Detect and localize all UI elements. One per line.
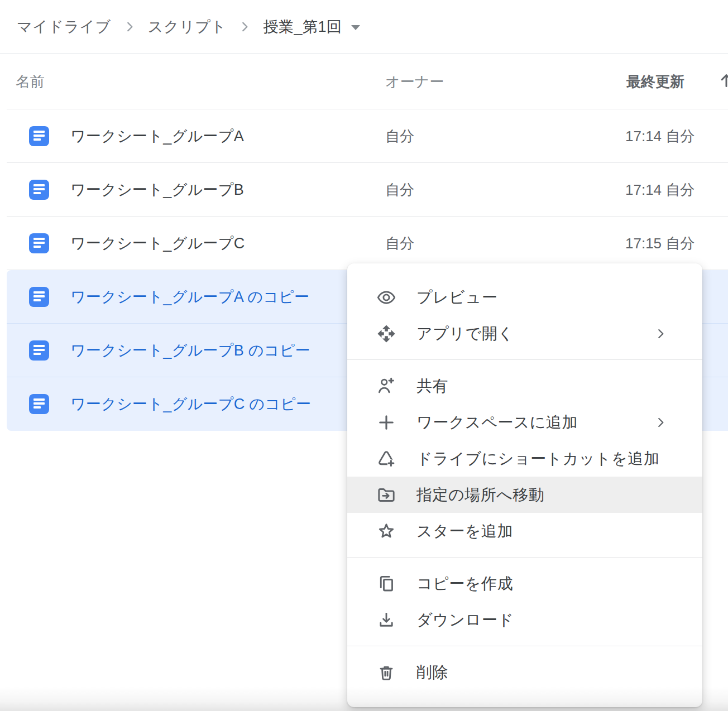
file-name: ワークシート_グループA のコピー	[70, 287, 309, 307]
column-header-owner[interactable]: オーナー	[385, 72, 444, 92]
chevron-right-icon	[237, 20, 252, 34]
menu-item-open-with[interactable]: アプリで開く	[347, 315, 702, 352]
file-name: ワークシート_グループB のコピー	[70, 340, 310, 361]
menu-item-add-to-workspace[interactable]: ワークスペースに追加	[347, 404, 702, 440]
arrow-up-icon[interactable]	[717, 71, 728, 92]
file-row[interactable]: ワークシート_グループC 自分 17:15 自分	[0, 217, 728, 270]
menu-item-share[interactable]: 共有	[347, 368, 702, 404]
google-docs-icon	[29, 287, 49, 307]
menu-item-add-star[interactable]: スターを追加	[347, 513, 702, 549]
menu-item-download[interactable]: ダウンロード	[347, 602, 702, 638]
chevron-right-icon	[122, 20, 137, 34]
file-owner: 自分	[385, 127, 414, 146]
file-row[interactable]: ワークシート_グループB 自分 17:14 自分	[0, 163, 728, 217]
drive-shortcut-icon	[376, 449, 396, 469]
google-docs-icon	[29, 394, 49, 414]
menu-item-delete[interactable]: 削除	[347, 654, 702, 690]
breadcrumb-current-folder[interactable]: 授業_第1回	[263, 17, 342, 37]
file-modified: 17:14 自分	[625, 180, 695, 200]
copy-icon	[376, 574, 396, 594]
file-name: ワークシート_グループC	[70, 233, 245, 253]
file-name: ワークシート_グループC のコピー	[70, 394, 311, 414]
menu-item-make-copy[interactable]: コピーを作成	[347, 565, 702, 602]
menu-divider	[347, 557, 702, 558]
chevron-right-icon	[653, 415, 668, 430]
file-row[interactable]: ワークシート_グループA 自分 17:14 自分	[0, 109, 728, 163]
menu-item-preview[interactable]: プレビュー	[347, 279, 702, 315]
menu-item-add-shortcut-to-drive[interactable]: ドライブにショートカットを追加	[347, 440, 702, 477]
open-with-icon	[376, 324, 396, 344]
menu-divider	[347, 646, 702, 646]
plus-icon	[376, 412, 396, 433]
menu-item-label: ドライブにショートカットを追加	[416, 448, 659, 469]
eye-icon	[376, 287, 396, 308]
menu-item-label: ダウンロード	[416, 609, 514, 631]
folder-move-icon	[376, 485, 396, 505]
download-icon	[376, 610, 396, 630]
folder-dropdown-caret-icon[interactable]	[351, 25, 360, 30]
menu-item-label: ワークスペースに追加	[416, 412, 578, 433]
file-name: ワークシート_グループB	[70, 180, 244, 200]
chevron-right-icon	[653, 326, 668, 341]
menu-item-label: コピーを作成	[416, 573, 513, 594]
menu-item-label: アプリで開く	[416, 323, 514, 344]
column-header-name[interactable]: 名前	[16, 72, 45, 92]
file-owner: 自分	[385, 180, 414, 200]
file-owner: 自分	[385, 234, 414, 253]
google-docs-icon	[29, 180, 49, 200]
file-modified: 17:14 自分	[625, 127, 695, 146]
breadcrumb-scripts[interactable]: スクリプト	[148, 17, 227, 37]
file-modified: 17:15 自分	[625, 234, 695, 253]
menu-item-label: 削除	[416, 662, 448, 683]
trash-icon	[376, 662, 396, 683]
menu-item-label: プレビュー	[416, 287, 497, 308]
menu-item-move-to[interactable]: 指定の場所へ移動	[347, 477, 702, 513]
google-docs-icon	[29, 233, 49, 253]
menu-divider	[347, 359, 702, 360]
star-icon	[376, 521, 396, 541]
breadcrumb: マイドライブ スクリプト 授業_第1回	[0, 0, 728, 54]
file-list-header: 名前 オーナー 最終更新	[0, 54, 728, 109]
person-add-icon	[376, 376, 396, 396]
context-menu: プレビュー アプリで開く 共有 ワークスペースに追加	[347, 263, 702, 707]
menu-item-label: 指定の場所へ移動	[416, 484, 544, 506]
file-name: ワークシート_グループA	[70, 126, 244, 146]
menu-item-label: スターを追加	[416, 521, 513, 542]
breadcrumb-my-drive[interactable]: マイドライブ	[17, 17, 111, 37]
menu-item-label: 共有	[416, 376, 448, 397]
google-docs-icon	[29, 126, 49, 146]
google-docs-icon	[29, 340, 49, 361]
column-header-last-modified[interactable]: 最終更新	[626, 72, 684, 92]
